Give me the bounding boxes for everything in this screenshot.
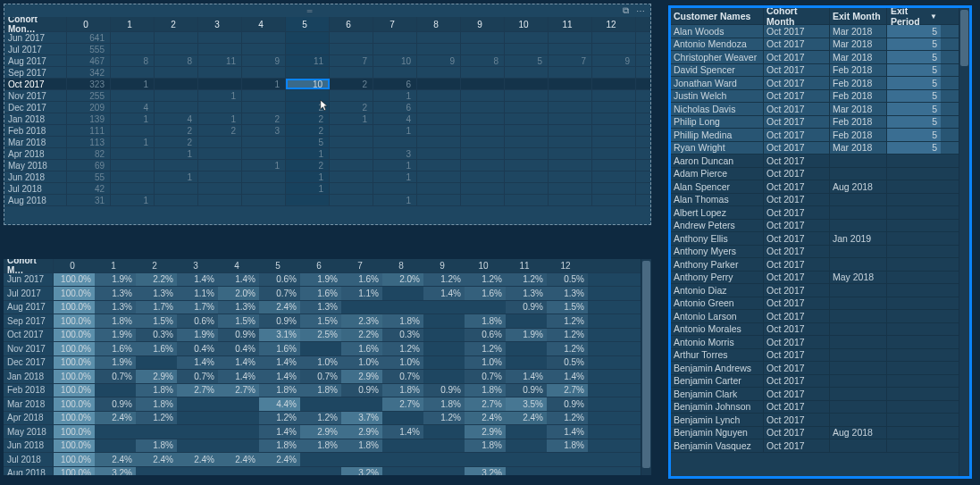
col-header[interactable]: 8 — [417, 17, 461, 31]
matrix-cell[interactable]: 11 — [198, 55, 242, 66]
matrix-cell[interactable]: 2.7% — [382, 397, 423, 411]
matrix-cell[interactable]: 3.7% — [341, 412, 382, 425]
table-row[interactable]: Nicholas DavisOct 2017Mar 20185 — [671, 103, 959, 116]
col-header[interactable]: 9 — [461, 17, 505, 31]
matrix-cell[interactable] — [111, 67, 155, 78]
matrix-cell[interactable]: 1.2% — [423, 273, 465, 287]
matrix-cell[interactable] — [461, 171, 505, 182]
table-row[interactable]: Benjamin AndrewsOct 2017 — [671, 362, 959, 375]
matrix-row[interactable]: Mar 2018100.0%0.9%1.8%4.4%2.7%1.8%2.7%3.… — [4, 397, 641, 412]
matrix-cell[interactable]: 1.4% — [218, 370, 259, 383]
matrix-cell[interactable] — [505, 148, 549, 159]
col-header[interactable]: 1 — [111, 17, 155, 31]
matrix-cell[interactable]: 2.4% — [506, 412, 547, 425]
matrix-cell[interactable] — [111, 171, 155, 182]
col-cohort-month[interactable]: Cohort Month — [764, 8, 830, 24]
matrix-cell[interactable]: 1.6% — [341, 273, 382, 287]
col-header[interactable]: 3 — [198, 17, 242, 31]
matrix-cell[interactable] — [382, 467, 423, 476]
matrix-cell[interactable] — [95, 425, 136, 439]
matrix-cell[interactable] — [95, 439, 136, 453]
matrix-cell[interactable]: 0.7% — [177, 370, 218, 383]
matrix-cell[interactable]: 1 — [286, 183, 330, 194]
matrix-cell[interactable] — [177, 397, 218, 411]
matrix-cell[interactable]: 1.4% — [259, 356, 300, 370]
matrix-cell[interactable] — [373, 67, 417, 78]
col-header[interactable]: 2 — [136, 259, 177, 272]
matrix-cell[interactable]: 69 — [67, 160, 111, 171]
matrix-row[interactable]: Aug 2017467881191171098579 — [4, 55, 650, 67]
matrix-cell[interactable]: 1 — [111, 137, 155, 147]
matrix-cell[interactable] — [242, 148, 286, 159]
matrix-row[interactable]: Feb 2018100.0%1.8%2.7%2.7%1.8%1.8%0.9%1.… — [4, 384, 641, 398]
matrix-cell[interactable]: 2.4% — [218, 453, 259, 466]
matrix-cell[interactable] — [95, 384, 136, 397]
matrix-cell[interactable] — [242, 32, 286, 43]
matrix-cell[interactable]: 1.8% — [382, 314, 423, 328]
matrix-cell[interactable]: 1.7% — [136, 301, 177, 314]
matrix-cell[interactable]: 8 — [155, 55, 198, 66]
matrix-cell[interactable]: 2.4% — [177, 453, 218, 466]
table-row[interactable]: Jonathan WardOct 2017Feb 20185 — [671, 77, 959, 90]
matrix-cell[interactable] — [242, 44, 286, 54]
matrix-cell[interactable]: 1.2% — [547, 342, 588, 355]
matrix-cell[interactable]: 100.0% — [54, 425, 95, 439]
matrix-cell[interactable]: 1.8% — [341, 439, 382, 453]
table-row[interactable]: Antonio GreenOct 2017 — [671, 297, 959, 311]
matrix-cell[interactable] — [549, 113, 592, 124]
matrix-cell[interactable]: 10 — [373, 55, 417, 66]
matrix-cell[interactable]: 2.4% — [136, 453, 177, 466]
matrix-cell[interactable]: 2.9% — [136, 370, 177, 383]
matrix-cell[interactable] — [198, 137, 242, 147]
matrix-cell[interactable]: 2 — [286, 113, 330, 124]
matrix-cell[interactable]: 1 — [286, 148, 330, 159]
matrix-cell[interactable]: 2.0% — [218, 287, 259, 300]
matrix-cell[interactable]: 2 — [286, 102, 330, 113]
matrix-cell[interactable]: 100.0% — [54, 384, 95, 397]
matrix-cell[interactable]: 0.4% — [218, 342, 259, 355]
col-header[interactable]: 7 — [373, 17, 417, 31]
matrix-cell[interactable] — [505, 183, 549, 194]
matrix-cell[interactable] — [505, 113, 549, 124]
matrix-cell[interactable]: 9 — [242, 55, 286, 66]
matrix-cell[interactable] — [330, 44, 373, 54]
matrix-cell[interactable] — [259, 467, 300, 476]
matrix-cell[interactable] — [198, 183, 242, 194]
table-row[interactable]: Anthony EllisOct 2017Jan 2019 — [671, 232, 959, 246]
matrix-cell[interactable] — [506, 439, 547, 453]
matrix-cell[interactable]: 0.9% — [506, 301, 547, 314]
matrix-cell[interactable] — [423, 342, 465, 355]
matrix-cell[interactable]: 1.2% — [547, 314, 588, 328]
drag-grip-icon[interactable]: ═ — [4, 7, 616, 15]
row-label[interactable]: Feb 2018 — [4, 384, 54, 397]
matrix-row[interactable]: Jun 201855111 — [4, 171, 650, 183]
col-header[interactable]: 0 — [67, 17, 111, 31]
matrix-cell[interactable]: 1.8% — [547, 439, 588, 453]
matrix-cell[interactable] — [155, 160, 198, 171]
matrix-cell[interactable]: 4 — [155, 113, 198, 124]
matrix-cell[interactable]: 1.2% — [423, 412, 465, 425]
matrix-cell[interactable]: 11 — [286, 55, 330, 66]
matrix-cell[interactable] — [549, 160, 592, 171]
col-header[interactable]: 4 — [218, 259, 259, 272]
matrix-cell[interactable]: 100.0% — [54, 287, 95, 300]
matrix-cell[interactable]: 4 — [373, 113, 417, 124]
matrix-cell[interactable] — [286, 67, 330, 78]
matrix-cell[interactable] — [330, 67, 373, 78]
matrix-cell[interactable]: 2.4% — [95, 453, 136, 466]
col-exit-period[interactable]: Exit Period▼ — [887, 8, 941, 24]
matrix-cell[interactable]: 2.7% — [177, 384, 218, 397]
matrix-row[interactable]: Dec 2017100.0%1.9%1.4%1.4%1.4%1.0%1.0%1.… — [4, 356, 641, 371]
matrix-cell[interactable]: 6 — [373, 79, 417, 89]
matrix-cell[interactable]: 1.3% — [218, 301, 259, 314]
matrix-cell[interactable]: 1.4% — [177, 356, 218, 370]
matrix-cell[interactable] — [341, 301, 382, 314]
matrix-cell[interactable] — [549, 195, 592, 205]
matrix-cell[interactable]: 1.5% — [218, 314, 259, 328]
matrix-cell[interactable]: 3 — [242, 125, 286, 136]
matrix-cell[interactable] — [286, 195, 330, 205]
matrix-cell[interactable]: 1 — [373, 171, 417, 182]
matrix-cell[interactable]: 1.6% — [136, 342, 177, 355]
matrix-cell[interactable] — [300, 397, 341, 411]
matrix-cell[interactable] — [506, 356, 547, 370]
